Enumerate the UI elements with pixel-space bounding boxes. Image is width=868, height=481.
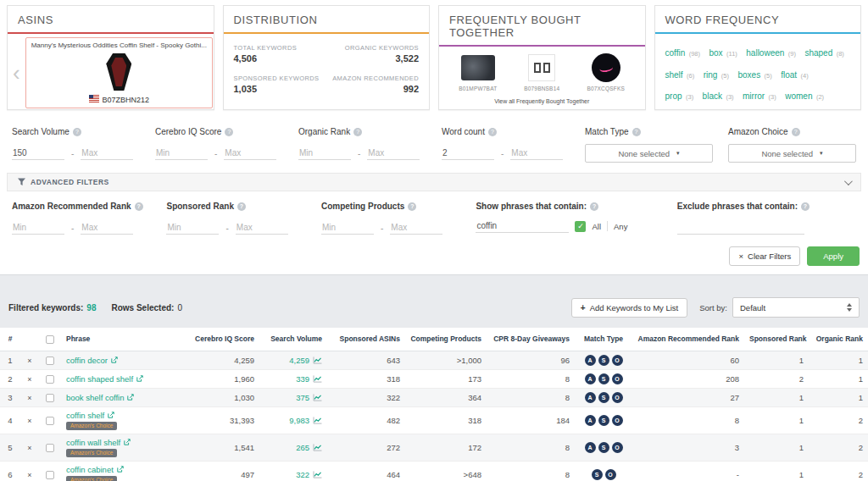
col-cerebro-iq[interactable]: Cerebro IQ Score xyxy=(188,328,259,351)
word-frequency-item[interactable]: women (2) xyxy=(785,87,824,102)
word-frequency-item[interactable]: float (4) xyxy=(781,66,809,80)
external-link-icon[interactable] xyxy=(136,375,143,382)
help-icon[interactable]: ? xyxy=(225,128,233,136)
external-link-icon[interactable] xyxy=(127,394,134,401)
apply-button[interactable]: Apply xyxy=(807,246,860,266)
include-any-label[interactable]: Any xyxy=(614,222,627,231)
asin-product-tile[interactable]: Manny's Mysterious Oddities Coffin Shelf… xyxy=(25,37,213,108)
external-link-icon[interactable] xyxy=(108,412,114,418)
external-link-icon[interactable] xyxy=(117,466,124,473)
arr-max-input[interactable] xyxy=(81,221,133,235)
search-volume-max-input[interactable] xyxy=(81,147,133,160)
view-all-fbt-link[interactable]: View all Frequently Bought Together xyxy=(439,98,645,104)
help-icon[interactable]: ? xyxy=(632,128,641,136)
sort-select[interactable]: Default xyxy=(732,297,860,318)
word-frequency-item[interactable]: shaped (8) xyxy=(804,44,843,58)
word-frequency-item[interactable]: boxes (5) xyxy=(737,66,771,80)
help-icon[interactable]: ? xyxy=(135,202,143,211)
word-frequency-item[interactable]: ring (5) xyxy=(704,66,729,80)
row-checkbox[interactable] xyxy=(46,394,54,402)
search-volume-link[interactable]: 339 xyxy=(296,374,309,384)
keyword-phrase-link[interactable]: coffin decor xyxy=(66,356,108,365)
advanced-filters-toggle[interactable]: ADVANCED FILTERS xyxy=(7,173,861,191)
help-icon[interactable]: ? xyxy=(792,128,800,136)
search-volume-link[interactable]: 9,983 xyxy=(289,416,309,425)
keyword-phrase-link[interactable]: coffin shaped shelf xyxy=(66,374,133,384)
trend-chart-icon[interactable] xyxy=(313,375,322,383)
remove-keyword-button[interactable]: × xyxy=(27,375,31,384)
col-sponsored-rank[interactable]: Sponsored Rank xyxy=(744,328,809,351)
col-phrase[interactable]: Phrase xyxy=(61,328,188,351)
search-volume-link[interactable]: 375 xyxy=(296,393,309,402)
word-frequency-item[interactable]: small (2) xyxy=(768,109,799,110)
help-icon[interactable]: ? xyxy=(408,202,416,211)
sponsored-rank-max-input[interactable] xyxy=(236,221,288,235)
fbt-product[interactable]: B07XCQSFKS xyxy=(574,53,637,91)
fbt-product[interactable]: B079BNSB14 xyxy=(510,53,574,91)
organic-rank-min-input[interactable] xyxy=(298,147,351,160)
row-checkbox[interactable] xyxy=(46,375,54,384)
search-volume-link[interactable]: 322 xyxy=(296,470,309,479)
remove-keyword-button[interactable]: × xyxy=(27,417,31,425)
arr-min-input[interactable] xyxy=(12,221,64,235)
search-volume-link[interactable]: 265 xyxy=(296,443,309,452)
help-icon[interactable]: ? xyxy=(590,202,598,211)
help-icon[interactable]: ? xyxy=(237,202,246,211)
word-frequency-item[interactable]: shelf (6) xyxy=(665,66,695,80)
select-all-checkbox[interactable] xyxy=(46,335,54,344)
remove-keyword-button[interactable]: × xyxy=(27,471,31,479)
col-organic-rank[interactable]: Organic Rank xyxy=(809,328,868,351)
col-search-volume[interactable]: Search Volume xyxy=(259,328,327,351)
add-keywords-button[interactable]: + Add Keywords to My List xyxy=(571,298,687,318)
include-phrases-input[interactable] xyxy=(476,219,569,233)
word-frequency-item[interactable]: coffin (98) xyxy=(665,44,701,58)
search-volume-link[interactable]: 4,259 xyxy=(289,356,309,365)
include-all-checkbox[interactable]: ✓ xyxy=(575,221,586,232)
competing-products-min-input[interactable] xyxy=(321,221,374,235)
sponsored-rank-min-input[interactable] xyxy=(166,221,219,235)
iq-score-min-input[interactable] xyxy=(155,147,208,160)
word-frequency-item[interactable]: table (2) xyxy=(729,109,759,110)
clear-filters-button[interactable]: × Clear Filters xyxy=(729,246,800,266)
match-type-select[interactable]: None selected ▾ xyxy=(585,144,713,163)
word-frequency-item[interactable]: decorations (2) xyxy=(665,109,721,110)
search-volume-min-input[interactable] xyxy=(12,147,64,160)
row-checkbox[interactable] xyxy=(46,417,54,425)
col-amazon-recommended-rank[interactable]: Amazon Recommended Rank xyxy=(632,328,744,351)
word-frequency-item[interactable]: box (11) xyxy=(709,44,737,58)
col-sponsored-asins[interactable]: Sponsored ASINs xyxy=(327,328,405,351)
keyword-phrase-link[interactable]: book shelf coffin xyxy=(66,393,124,402)
keyword-phrase-link[interactable]: coffin wall shelf xyxy=(66,438,120,447)
competing-products-max-input[interactable] xyxy=(390,221,442,235)
trend-chart-icon[interactable] xyxy=(313,471,322,478)
external-link-icon[interactable] xyxy=(111,357,118,363)
col-competing-products[interactable]: Competing Products xyxy=(405,328,487,351)
keyword-phrase-link[interactable]: coffin cabinet xyxy=(66,465,114,474)
external-link-icon[interactable] xyxy=(124,439,131,445)
trend-chart-icon[interactable] xyxy=(313,394,322,401)
trend-chart-icon[interactable] xyxy=(313,444,322,451)
help-icon[interactable]: ? xyxy=(488,128,497,136)
include-all-label[interactable]: All xyxy=(592,222,601,231)
word-frequency-item[interactable]: halloween (9) xyxy=(746,44,796,58)
help-icon[interactable]: ? xyxy=(73,128,81,136)
col-cpr-giveaways[interactable]: CPR 8-Day Giveaways xyxy=(487,328,575,351)
keyword-phrase-link[interactable]: coffin shelf xyxy=(66,411,104,420)
word-count-max-input[interactable] xyxy=(510,147,563,160)
carousel-prev-button[interactable]: ‹ xyxy=(9,62,24,84)
trend-chart-icon[interactable] xyxy=(313,417,322,424)
iq-score-max-input[interactable] xyxy=(224,147,276,160)
collapse-chevron-icon[interactable] xyxy=(844,177,853,185)
amazon-choice-select[interactable]: None selected ▾ xyxy=(728,144,856,163)
exclude-phrases-input[interactable] xyxy=(677,221,804,235)
word-frequency-item[interactable]: mini (2) xyxy=(808,109,835,110)
row-checkbox[interactable] xyxy=(46,471,54,479)
help-icon[interactable]: ? xyxy=(801,202,810,211)
word-frequency-item[interactable]: black (3) xyxy=(703,87,734,102)
word-frequency-item[interactable]: mirror (3) xyxy=(743,87,776,102)
col-match-type[interactable]: Match Type xyxy=(575,328,632,351)
word-count-min-input[interactable] xyxy=(442,147,494,160)
remove-keyword-button[interactable]: × xyxy=(27,394,31,402)
word-frequency-item[interactable]: prop (3) xyxy=(665,87,694,102)
remove-keyword-button[interactable]: × xyxy=(27,444,31,452)
